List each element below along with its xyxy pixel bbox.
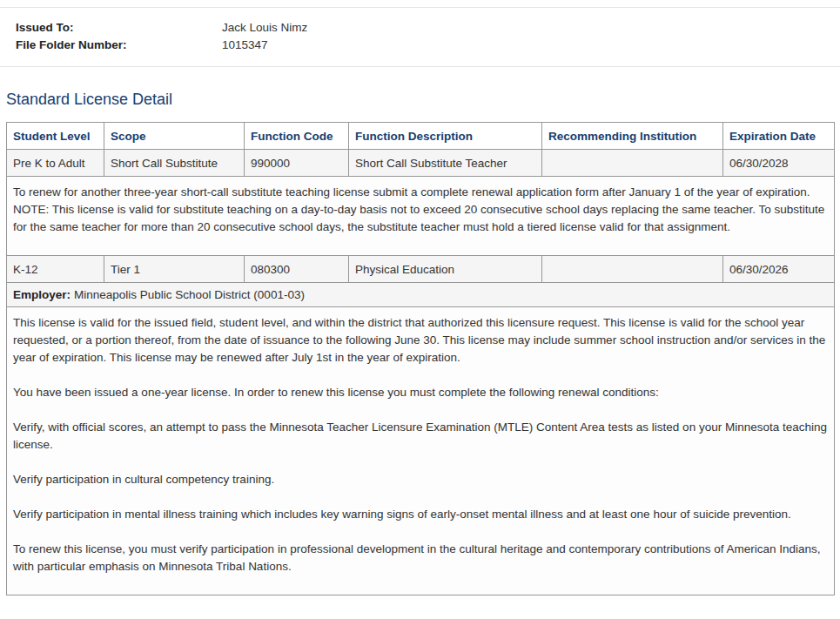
cell-function-code: 080300: [245, 256, 349, 283]
license-row-tier1-physical-education: K-12 Tier 1 080300 Physical Education 06…: [7, 256, 835, 283]
column-header-scope: Scope: [104, 123, 245, 150]
license-notes-row: This license is valid for the issued fie…: [7, 307, 835, 595]
cell-scope: Short Call Substitute: [104, 150, 245, 177]
cell-student-level: K-12: [7, 256, 104, 283]
issued-to-row: Issued To: Jack Louis Nimz: [16, 19, 840, 37]
license-detail-page: Issued To: Jack Louis Nimz File Folder N…: [0, 7, 840, 619]
employer-row: Employer:Minneapolis Public School Distr…: [7, 283, 835, 307]
cell-function-description: Short Call Substitute Teacher: [349, 150, 542, 177]
employer-value: Minneapolis Public School District (0001…: [74, 288, 305, 301]
license-detail-table: Student Level Scope Function Code Functi…: [6, 122, 835, 595]
employer-label: Employer:: [13, 288, 71, 301]
cell-function-code: 990000: [245, 150, 349, 177]
license-notes-cell: To renew for another three-year short-ca…: [7, 177, 835, 256]
file-folder-number-row: File Folder Number: 1015347: [16, 37, 840, 54]
license-notes-cell: This license is valid for the issued fie…: [7, 307, 835, 595]
cell-expiration-date: 06/30/2026: [723, 256, 835, 283]
column-header-function-code: Function Code: [245, 123, 349, 150]
column-header-expiration-date: Expiration Date: [723, 123, 835, 150]
note-paragraph: You have been issued a one-year license.…: [13, 384, 827, 401]
page-title: Standard License Detail: [6, 91, 840, 109]
cell-scope: Tier 1: [104, 256, 245, 283]
employer-cell: Employer:Minneapolis Public School Distr…: [7, 283, 835, 307]
note-paragraph: This license is valid for the issued fie…: [13, 314, 827, 367]
column-header-recommending-institution: Recommending Institution: [542, 123, 723, 150]
file-folder-number-label: File Folder Number:: [16, 37, 222, 54]
note-paragraph: Verify participation in mental illness t…: [13, 506, 827, 523]
cell-student-level: Pre K to Adult: [7, 150, 104, 177]
cell-function-description: Physical Education: [349, 256, 542, 283]
cell-recommending-institution: [542, 150, 723, 177]
note-paragraph: To renew this license, you must verify p…: [13, 541, 827, 575]
note-paragraph: To renew for another three-year short-ca…: [13, 184, 827, 236]
issued-to-label: Issued To:: [16, 19, 222, 37]
cell-expiration-date: 06/30/2028: [723, 150, 835, 177]
license-notes-row: To renew for another three-year short-ca…: [7, 177, 835, 256]
column-header-student-level: Student Level: [7, 123, 104, 150]
note-paragraph: Verify, with official scores, an attempt…: [13, 419, 827, 454]
table-header-row: Student Level Scope Function Code Functi…: [7, 123, 835, 150]
cell-recommending-institution: [542, 256, 723, 283]
issued-info-box: Issued To: Jack Louis Nimz File Folder N…: [0, 7, 840, 67]
file-folder-number-value: 1015347: [222, 37, 268, 54]
column-header-function-description: Function Description: [349, 123, 542, 150]
issued-to-value: Jack Louis Nimz: [222, 19, 307, 37]
license-row-short-call-substitute: Pre K to Adult Short Call Substitute 990…: [7, 150, 835, 177]
note-paragraph: Verify participation in cultural compete…: [13, 471, 827, 488]
